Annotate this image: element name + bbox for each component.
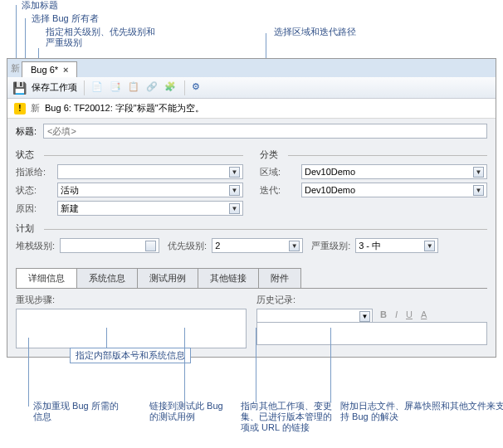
chevron-down-icon: ▼ (424, 241, 435, 251)
reason-label: 原因: (16, 202, 51, 215)
chevron-down-icon: ▼ (473, 167, 484, 178)
callout-specify-build: 指定内部版本号和系统信息 (76, 350, 185, 360)
bold-button[interactable]: B (378, 309, 389, 320)
tab-details[interactable]: 详细信息 (16, 268, 77, 288)
chevron-down-icon: ▼ (359, 311, 370, 322)
font-button[interactable]: A (418, 309, 429, 320)
document-tab-label: Bug 6* (31, 65, 58, 75)
chevron-down-icon: ▼ (229, 203, 240, 214)
area-label: 区域: (260, 166, 295, 178)
stackrank-combo[interactable] (60, 238, 159, 253)
iteration-combo[interactable]: Dev10Demo▼ (301, 183, 487, 197)
state-combo[interactable]: 活动▼ (57, 183, 243, 197)
line-attach-v (330, 328, 331, 402)
repro-textarea[interactable] (16, 309, 247, 348)
line-repro-v (28, 338, 29, 407)
warning-message: Bug 6: TF20012: 字段"标题"不能为空。 (45, 102, 204, 114)
toolbar-icon-3[interactable]: 📋 (128, 81, 141, 95)
italic-button[interactable]: I (393, 309, 400, 320)
callout-add-title: 添加标题 (22, 0, 58, 11)
rtf-toolbar: B I U A (378, 309, 487, 320)
line-test-v (184, 328, 185, 402)
toolbar-icon-2[interactable]: 📑 (110, 81, 123, 95)
callout-box-build: 指定内部版本号和系统信息 (70, 348, 191, 363)
warning-icon: ! (14, 103, 26, 114)
chevron-down-icon: ▼ (229, 167, 240, 178)
state-label: 状态: (16, 184, 51, 197)
toolbar-icon-5[interactable]: 🧩 (164, 81, 178, 95)
plan-group: 计划 堆栈级别: 优先级别: 2▼ 严重级别: 3 - 中▼ (7, 221, 496, 260)
callout-add-repro: 添加重现 Bug 所需的 信息 (33, 401, 119, 422)
chevron-down-icon: ▼ (229, 185, 240, 196)
priority-combo[interactable]: 2▼ (212, 238, 303, 253)
workitem-panel: 新 Bug 6* × 💾 保存工作项 📄 📑 📋 🔗 🧩 ⚙ ! 新 Bug 6… (7, 58, 496, 358)
close-icon[interactable]: × (63, 65, 68, 75)
line-other-v (256, 328, 256, 402)
chevron-down-icon: ▼ (289, 241, 300, 251)
tab-prefix-icon: 新 (9, 60, 22, 77)
save-button[interactable]: 保存工作项 (32, 81, 77, 94)
callout-select-owner: 选择 Bug 所有者 (32, 13, 99, 24)
assigned-label: 指派给: (16, 166, 51, 178)
callout-select-area: 选择区域和迭代路径 (274, 27, 356, 37)
tab-other[interactable]: 其他链接 (198, 268, 259, 288)
classification-legend: 分类 (260, 149, 487, 161)
toolbar: 💾 保存工作项 📄 📑 📋 🔗 🧩 ⚙ (7, 77, 496, 99)
history-label: 历史记录: (256, 294, 487, 306)
callout-link-other: 指向其他工作项、变更 集、已进行版本管理的 项或 URL 的链接 (241, 401, 332, 434)
toolbar-icon-4[interactable]: 🔗 (146, 81, 159, 95)
save-icon[interactable]: 💾 (12, 81, 27, 95)
plan-legend: 计划 (16, 222, 487, 235)
callout-link-test: 链接到测试此 Bug 的测试用例 (149, 401, 223, 422)
reason-combo[interactable]: 新建▼ (57, 201, 243, 216)
tab-system[interactable]: 系统信息 (76, 268, 138, 288)
tab-attach[interactable]: 附件 (258, 268, 301, 288)
warning-new-label: 新 (31, 102, 40, 114)
stackrank-label: 堆栈级别: (16, 240, 55, 252)
document-tab[interactable]: Bug 6* × (22, 61, 77, 77)
underline-button[interactable]: U (403, 309, 415, 320)
repro-label: 重现步骤: (16, 294, 247, 306)
warning-bar: ! 新 Bug 6: TF20012: 字段"标题"不能为空。 (7, 99, 496, 119)
chevron-down-icon: ▼ (473, 185, 484, 196)
severity-label: 严重级别: (311, 240, 350, 252)
chevron-down-icon (145, 241, 156, 251)
classification-group: 分类 区域: Dev10Demo▼ 迭代: Dev10Demo▼ (260, 149, 487, 219)
severity-combo[interactable]: 3 - 中▼ (355, 238, 438, 253)
document-tabbar: 新 Bug 6* × (7, 59, 496, 77)
history-textarea[interactable] (256, 322, 487, 345)
callout-attach: 附加日志文件、屏幕快照和其他文件来支 持 Bug 的解决 (340, 401, 503, 422)
status-group: 状态 指派给: ▼ 状态: 活动▼ 原因: 新建▼ (16, 149, 243, 219)
toolbar-icon-6[interactable]: ⚙ (192, 81, 205, 95)
status-legend: 状态 (16, 149, 243, 161)
detail-pane: 重现步骤: 历史记录: ▼ B I U A (7, 289, 496, 357)
iteration-label: 迭代: (260, 184, 295, 197)
priority-label: 优先级别: (168, 240, 207, 252)
title-label: 标题: (16, 125, 37, 138)
title-input[interactable] (43, 124, 487, 139)
detail-tabstrip: 详细信息 系统信息 测试用例 其他链接 附件 (16, 268, 487, 289)
callout-specify-levels: 指定相关级别、优先级别和 严重级别 (46, 27, 155, 48)
assigned-combo[interactable]: ▼ (57, 164, 243, 179)
area-combo[interactable]: Dev10Demo▼ (301, 164, 487, 179)
tab-testcase[interactable]: 测试用例 (137, 268, 198, 288)
line-build-v (106, 328, 107, 348)
title-row: 标题: (7, 119, 496, 144)
toolbar-icon-1[interactable]: 📄 (91, 81, 105, 95)
